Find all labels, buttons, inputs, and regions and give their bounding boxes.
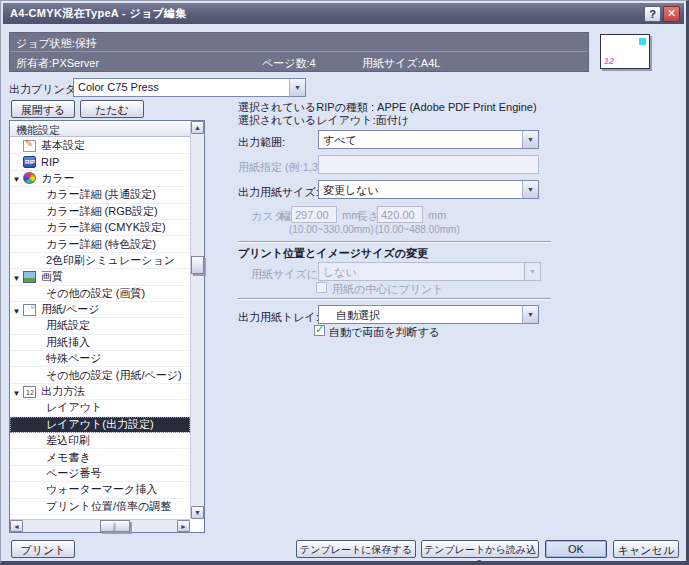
help-icon[interactable]: ? [644,6,661,22]
cancel-button[interactable]: キャンセル [613,540,679,558]
tree-item-label: 差込印刷 [46,433,90,448]
tree-item[interactable]: 用紙挿入 [10,335,190,351]
tree-item[interactable]: プリント位置/倍率の調整 [10,499,190,515]
chevron-down-icon[interactable] [289,79,305,96]
expand-button[interactable]: 展開する [11,100,75,118]
tree-horizontal-scrollbar[interactable] [10,519,190,532]
output-paper-size-select[interactable]: 変更しない [318,180,539,199]
tree-item-label: 特殊ページ [46,351,102,366]
color-icon [23,172,36,184]
tree-item[interactable]: カラー詳細 (CMYK設定) [10,220,190,236]
tree-item-label: レイアウト(出力設定) [46,417,154,432]
layout-line: 選択されているレイアウト:面付け [238,113,409,128]
output-tray-select[interactable]: 自動選択 [318,305,539,324]
close-icon[interactable]: ✕ [663,6,680,22]
tree-item[interactable]: その他の設定 (用紙/ページ) [10,367,190,383]
auto-duplex-checkbox[interactable] [314,325,325,336]
job-status-panel: ジョブ状態:保持 所有者:PXServer ページ数:4 用紙サイズ:A4L [9,32,589,72]
tree-item[interactable]: 2色印刷シミュレーション [10,253,190,269]
tree-item[interactable]: RIP [10,154,190,170]
page-spec-input[interactable] [318,155,539,174]
job-status: ジョブ状態:保持 [16,36,97,51]
job-owner: 所有者:PXServer [16,56,99,71]
fit-to-paper-select: しない [318,262,541,281]
tree-item[interactable]: 特殊ページ [10,351,190,367]
tree-item-label: RIP [41,156,59,168]
chevron-down-icon [524,263,540,280]
output-paper-size-label: 出力用紙サイズ: [238,185,319,200]
horizontal-scroll-thumb[interactable] [100,520,130,532]
load-template-button[interactable]: テンプレートから読み込み [421,540,539,558]
tree-item[interactable]: レイアウト(出力設定) [10,417,190,433]
tree-item-label: カラー詳細 (共通設定) [46,187,156,202]
printer-label: 出力プリンタ: [9,82,79,97]
tree-item-label: レイアウト [46,400,102,415]
custom-length-label: 長さ [357,209,379,224]
tree-item[interactable]: 差込印刷 [10,433,190,449]
print-button[interactable]: プリント [11,540,75,558]
custom-length-input[interactable]: 420.00 [377,206,423,223]
tree-item[interactable]: カラー詳細 (特色設定) [10,236,190,252]
tree-item-label: メモ書き [46,450,91,465]
custom-width-input[interactable]: 297.00 [291,206,337,223]
thumbnail-page-number: 12 [604,56,614,66]
tree-item[interactable]: 出力方法 [10,384,190,400]
tree-item-label: 用紙設定 [46,318,90,333]
tree-item-label: カラー詳細 (RGB設定) [46,204,158,219]
ok-button[interactable]: OK [545,540,607,558]
tree-item[interactable]: カラー [10,171,190,187]
tree-item-label: カラー詳細 (特色設定) [46,237,156,252]
expander-triangle-icon[interactable] [10,271,23,283]
output-tray-label: 出力用紙トレイ: [238,310,319,325]
vertical-scroll-thumb[interactable] [191,256,204,274]
custom-width-range: (10.00~330.00mm) [289,224,374,235]
tree-item[interactable]: 用紙/ページ [10,302,190,318]
tree-item[interactable]: ページ番号 [10,466,190,482]
separator [238,241,551,243]
chevron-down-icon[interactable] [522,306,538,323]
scroll-down-icon[interactable] [191,506,204,519]
image-icon [23,271,36,283]
tree-vertical-scrollbar[interactable] [190,121,204,519]
tree-item-label: その他の設定 (画質) [46,286,145,301]
tree-item[interactable]: メモ書き [10,449,190,465]
tree-item[interactable]: カラー詳細 (共通設定) [10,187,190,203]
output-range-select[interactable]: すべて [318,130,539,149]
chevron-down-icon[interactable] [522,131,538,148]
page-preview-thumbnail: 12 [600,34,650,69]
tree-item[interactable]: 基本設定 [10,138,190,154]
collapse-button[interactable]: たたむ [80,100,144,118]
tree-item[interactable]: ウォーターマーク挿入 [10,482,190,498]
save-template-button[interactable]: テンプレートに保存する [296,540,416,558]
tree-item-label: 2色印刷シミュレーション [46,253,175,268]
title-bar: A4-CMYK混在TypeA - ジョブ編集 ? ✕ [3,3,684,24]
custom-length-range: (10.00~488.00mm) [375,224,460,235]
expander-triangle-icon[interactable] [10,304,23,316]
tree-item[interactable]: 画質 [10,269,190,285]
job-status-row: ジョブ状態:保持 [10,33,588,52]
scroll-right-icon[interactable] [177,520,190,532]
tree-rows: 基本設定RIPカラーカラー詳細 (共通設定)カラー詳細 (RGB設定)カラー詳細… [10,138,190,519]
center-print-label: 用紙の中心にプリント [332,282,444,297]
tree-item-label: 画質 [41,269,63,284]
chevron-down-icon[interactable] [522,181,538,198]
center-print-checkbox [316,282,327,293]
page-icon [23,304,36,316]
tree-item-label: 用紙挿入 [46,335,90,350]
job-pages: ページ数:4 [262,56,316,71]
tree-item[interactable]: その他の設定 (画質) [10,286,190,302]
fit-to-paper-value: しない [319,263,524,280]
scroll-up-icon[interactable] [191,121,204,134]
tree-item[interactable]: レイアウト [10,400,190,416]
tree-item-label: 出力方法 [41,384,85,399]
tree-item-label: ウォーターマーク挿入 [46,482,157,497]
auto-duplex-label: 自動で両面を判断する [329,325,440,340]
scroll-left-icon[interactable] [10,520,23,532]
tree-item[interactable]: カラー詳細 (RGB設定) [10,204,190,220]
printer-select-value: Color C75 Press [74,79,289,96]
output-range-label: 出力範囲: [238,135,285,150]
tree-item[interactable]: 用紙設定 [10,318,190,334]
expander-triangle-icon[interactable] [10,172,23,184]
expander-triangle-icon[interactable] [10,386,23,398]
printer-select[interactable]: Color C75 Press [73,78,306,97]
